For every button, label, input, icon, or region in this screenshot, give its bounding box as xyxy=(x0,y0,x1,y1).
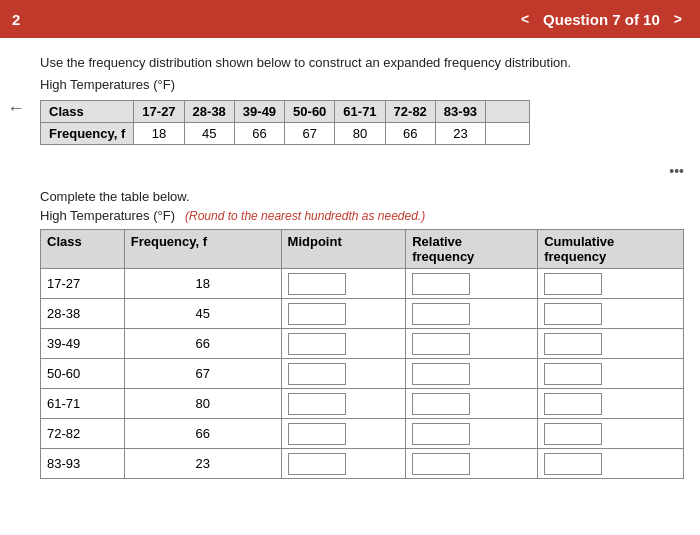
table-row: 39-49 66 xyxy=(41,329,684,359)
table-row: 83-93 23 xyxy=(41,449,684,479)
cum-freq-input-4[interactable] xyxy=(544,363,602,385)
cum-freq-input-3[interactable] xyxy=(544,333,602,355)
rel-freq-cell-7 xyxy=(406,449,538,479)
midpoint-input-6[interactable] xyxy=(288,423,346,445)
rel-freq-input-1[interactable] xyxy=(412,273,470,295)
cum-freq-cell-3 xyxy=(538,329,684,359)
round-note: (Round to the nearest hundredth as neede… xyxy=(185,209,425,223)
class-cell-4: 50-60 xyxy=(41,359,125,389)
freq-cell-3: 66 xyxy=(124,329,281,359)
class-cell-3: 39-49 xyxy=(41,329,125,359)
table-row: 61-71 80 xyxy=(41,389,684,419)
freq-cell-4: 67 xyxy=(124,359,281,389)
freq-cell-1: 18 xyxy=(124,269,281,299)
rel-freq-input-2[interactable] xyxy=(412,303,470,325)
cum-freq-input-5[interactable] xyxy=(544,393,602,415)
rel-freq-input-5[interactable] xyxy=(412,393,470,415)
ref-header-2838: 28-38 xyxy=(184,101,234,123)
left-sidebar: ← xyxy=(0,38,32,535)
answer-table: Class Frequency, f Midpoint Relativefreq… xyxy=(40,229,684,479)
next-question-button[interactable]: > xyxy=(668,9,688,29)
ans-header-class: Class xyxy=(41,230,125,269)
ref-header-7282: 72-82 xyxy=(385,101,435,123)
midpoint-input-2[interactable] xyxy=(288,303,346,325)
table-subtitle-row: High Temperatures (°F) (Round to the nea… xyxy=(40,208,684,223)
class-cell-7: 83-93 xyxy=(41,449,125,479)
reference-table: Class 17-27 28-38 39-49 50-60 61-71 72-8… xyxy=(40,100,530,145)
midpoint-input-7[interactable] xyxy=(288,453,346,475)
freq-cell-5: 80 xyxy=(124,389,281,419)
header-bar: 2 < Question 7 of 10 > xyxy=(0,0,700,38)
question-label: Question 7 of 10 xyxy=(543,11,660,28)
midpoint-cell-4 xyxy=(281,359,406,389)
ans-header-cumulative: Cumulativefrequency xyxy=(538,230,684,269)
rel-freq-input-3[interactable] xyxy=(412,333,470,355)
rel-freq-cell-6 xyxy=(406,419,538,449)
midpoint-cell-3 xyxy=(281,329,406,359)
ref-freq-3: 66 xyxy=(234,123,284,145)
cum-freq-cell-7 xyxy=(538,449,684,479)
ref-header-5060: 50-60 xyxy=(285,101,335,123)
cum-freq-cell-1 xyxy=(538,269,684,299)
ref-row-label: Frequency, f xyxy=(41,123,134,145)
main-content: ← Use the frequency distribution shown b… xyxy=(0,38,700,535)
class-cell-2: 28-38 xyxy=(41,299,125,329)
content-area: Use the frequency distribution shown bel… xyxy=(32,38,700,535)
rel-freq-cell-1 xyxy=(406,269,538,299)
cum-freq-input-2[interactable] xyxy=(544,303,602,325)
class-cell-1: 17-27 xyxy=(41,269,125,299)
more-options-dots[interactable]: ••• xyxy=(40,163,684,179)
cum-freq-cell-5 xyxy=(538,389,684,419)
midpoint-cell-7 xyxy=(281,449,406,479)
cum-freq-cell-2 xyxy=(538,299,684,329)
rel-freq-cell-4 xyxy=(406,359,538,389)
cum-freq-input-6[interactable] xyxy=(544,423,602,445)
midpoint-cell-6 xyxy=(281,419,406,449)
content-wrapper: Use the frequency distribution shown bel… xyxy=(32,38,700,535)
ref-header-class: Class xyxy=(41,101,134,123)
freq-cell-2: 45 xyxy=(124,299,281,329)
freq-cell-6: 66 xyxy=(124,419,281,449)
prev-question-button[interactable]: < xyxy=(515,9,535,29)
table-subtitle-text: High Temperatures (°F) xyxy=(40,208,175,223)
cum-freq-cell-6 xyxy=(538,419,684,449)
class-cell-5: 61-71 xyxy=(41,389,125,419)
rel-freq-cell-3 xyxy=(406,329,538,359)
ref-freq-1: 18 xyxy=(134,123,184,145)
ref-freq-7: 23 xyxy=(435,123,485,145)
table-row: 72-82 66 xyxy=(41,419,684,449)
ref-header-3949: 39-49 xyxy=(234,101,284,123)
instruction-line1: Use the frequency distribution shown bel… xyxy=(40,54,684,72)
cum-freq-input-1[interactable] xyxy=(544,273,602,295)
cum-freq-input-7[interactable] xyxy=(544,453,602,475)
freq-cell-7: 23 xyxy=(124,449,281,479)
rel-freq-input-6[interactable] xyxy=(412,423,470,445)
instruction-line2: High Temperatures (°F) xyxy=(40,76,684,94)
rel-freq-input-4[interactable] xyxy=(412,363,470,385)
midpoint-input-4[interactable] xyxy=(288,363,346,385)
complete-label: Complete the table below. xyxy=(40,189,684,204)
page-number-left: 2 xyxy=(12,11,20,28)
midpoint-cell-5 xyxy=(281,389,406,419)
ref-freq-2: 45 xyxy=(184,123,234,145)
table-row: 28-38 45 xyxy=(41,299,684,329)
ans-header-freq: Frequency, f xyxy=(124,230,281,269)
midpoint-cell-2 xyxy=(281,299,406,329)
class-cell-6: 72-82 xyxy=(41,419,125,449)
ref-header-8393: 83-93 xyxy=(435,101,485,123)
rel-freq-input-7[interactable] xyxy=(412,453,470,475)
ans-header-midpoint: Midpoint xyxy=(281,230,406,269)
rel-freq-cell-2 xyxy=(406,299,538,329)
back-arrow-icon[interactable]: ← xyxy=(7,98,25,119)
midpoint-input-5[interactable] xyxy=(288,393,346,415)
table-row: 50-60 67 xyxy=(41,359,684,389)
cum-freq-cell-4 xyxy=(538,359,684,389)
ref-header-6171: 61-71 xyxy=(335,101,385,123)
midpoint-cell-1 xyxy=(281,269,406,299)
ref-freq-extra xyxy=(486,123,530,145)
question-nav: < Question 7 of 10 > xyxy=(515,9,688,29)
ref-header-extra xyxy=(486,101,530,123)
midpoint-input-1[interactable] xyxy=(288,273,346,295)
rel-freq-cell-5 xyxy=(406,389,538,419)
midpoint-input-3[interactable] xyxy=(288,333,346,355)
